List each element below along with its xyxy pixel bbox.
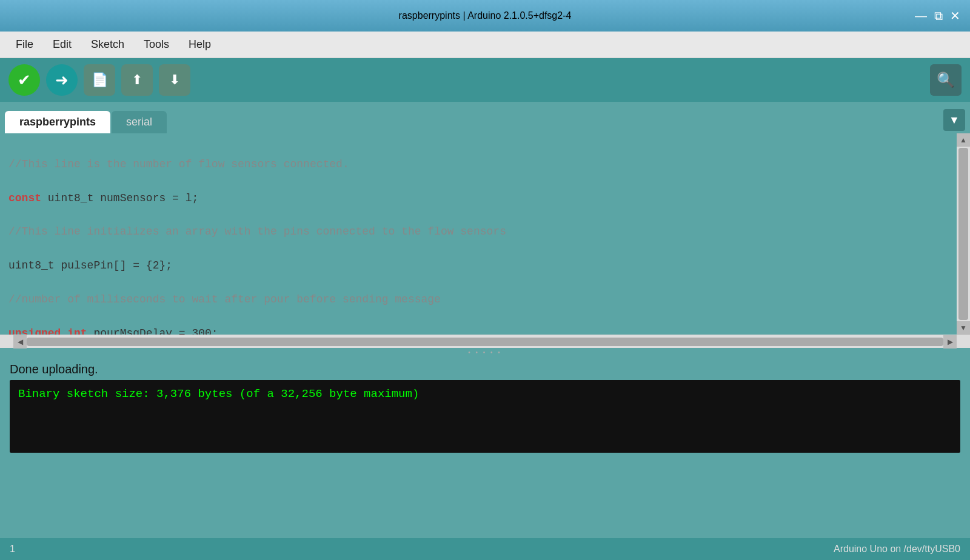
search-button[interactable]: 🔍	[930, 64, 962, 96]
console-output-text: Binary sketch size: 3,376 bytes (of a 32…	[18, 387, 419, 401]
scroll-right-arrow[interactable]: ▶	[943, 335, 957, 348]
code-line-5: //number of milliseconds to wait after p…	[8, 293, 441, 305]
code-line-3: //This line initializes an array with th…	[8, 225, 506, 238]
resize-indicator: • • • • •	[468, 349, 502, 356]
tab-raspberrypints[interactable]: raspberrypints	[5, 111, 110, 133]
verify-button[interactable]: ✔	[8, 64, 40, 96]
toolbar: ✔ ➜ 📄 ⬆ ⬇ 🔍	[0, 58, 970, 102]
code-kw-int-1: int	[61, 327, 87, 335]
code-line-1: //This line is the number of flow sensor…	[8, 158, 349, 170]
horizontal-scrollbar[interactable]: ◀ ▶	[0, 335, 970, 348]
save-button[interactable]: ⬇	[159, 64, 190, 96]
resize-handle[interactable]: • • • • •	[0, 348, 970, 356]
tabs-bar: raspberrypints serial ▼	[0, 102, 970, 133]
close-button[interactable]: ✕	[950, 10, 960, 22]
minimize-button[interactable]: —	[915, 10, 927, 22]
menu-bar: File Edit Sketch Tools Help	[0, 32, 970, 58]
console-output: Binary sketch size: 3,376 bytes (of a 32…	[10, 380, 960, 453]
console-area: Done uploading. Binary sketch size: 3,37…	[0, 356, 970, 456]
title-bar: raspberrypints | Arduino 2.1.0.5+dfsg2-4…	[0, 0, 970, 32]
open-button[interactable]: ⬆	[121, 64, 153, 96]
code-editor[interactable]: //This line is the number of flow sensor…	[0, 133, 970, 335]
code-kw-const: const	[8, 192, 41, 204]
status-board-info: Arduino Uno on /dev/ttyUSB0	[834, 544, 960, 555]
console-status: Done uploading.	[10, 362, 960, 376]
vertical-scrollbar[interactable]: ▲ ▼	[957, 133, 970, 335]
menu-file[interactable]: File	[7, 35, 42, 55]
new-button[interactable]: 📄	[84, 64, 115, 96]
window-title: raspberrypints | Arduino 2.1.0.5+dfsg2-4	[399, 10, 572, 21]
status-line-number: 1	[10, 544, 834, 555]
scroll-left-arrow[interactable]: ◀	[13, 335, 27, 348]
scroll-thumb-horizontal[interactable]	[27, 338, 943, 346]
menu-tools[interactable]: Tools	[135, 35, 178, 55]
status-bar: 1 Arduino Uno on /dev/ttyUSB0	[0, 538, 970, 560]
scroll-down-arrow[interactable]: ▼	[957, 321, 970, 335]
editor-wrapper: //This line is the number of flow sensor…	[0, 133, 970, 348]
upload-button[interactable]: ➜	[46, 64, 78, 96]
restore-button[interactable]: ⧉	[934, 10, 943, 22]
code-line-4: uint8_t pulsePin[] = {2};	[8, 259, 172, 272]
scroll-thumb-vertical[interactable]	[958, 148, 968, 320]
code-line-6-rest: pourMsgDelay = 300;	[87, 327, 218, 335]
code-kw-unsigned-1: unsigned	[8, 327, 61, 335]
menu-sketch[interactable]: Sketch	[82, 35, 133, 55]
window-controls: — ⧉ ✕	[915, 10, 960, 22]
tab-serial[interactable]: serial	[112, 111, 167, 133]
editor-inner: //This line is the number of flow sensor…	[0, 133, 970, 335]
scroll-up-arrow[interactable]: ▲	[957, 133, 970, 147]
tab-dropdown-button[interactable]: ▼	[943, 109, 965, 131]
code-line-2-rest: uint8_t numSensors = l;	[41, 192, 198, 204]
menu-help[interactable]: Help	[180, 35, 219, 55]
menu-edit[interactable]: Edit	[44, 35, 80, 55]
